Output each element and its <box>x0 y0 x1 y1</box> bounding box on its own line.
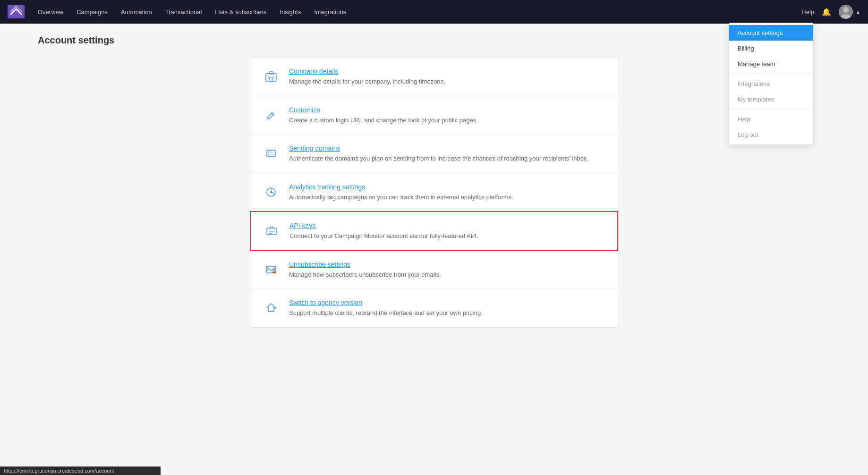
settings-text-domains: Sending domains Authenticate the domains… <box>289 144 606 163</box>
nav-overview[interactable]: Overview <box>32 6 69 18</box>
status-url: https://cmintegrationsn.createsend.com/a… <box>4 468 114 474</box>
domains-icon <box>262 144 281 163</box>
dropdown-divider-1 <box>729 74 813 74</box>
svg-rect-6 <box>270 77 272 81</box>
unsubscribe-icon <box>262 260 281 279</box>
settings-text-agency: Switch to agency version Support multipl… <box>289 298 606 318</box>
top-navigation: Overview Campaigns Automation Transactio… <box>0 0 868 24</box>
settings-item-company: Company details Manage the details for y… <box>250 58 618 96</box>
settings-card: Company details Manage the details for y… <box>250 57 618 328</box>
settings-item-sending-domains: Sending domains Authenticate the domains… <box>250 135 618 173</box>
nav-links: Overview Campaigns Automation Transactio… <box>32 6 801 18</box>
customize-icon <box>262 106 281 125</box>
svg-rect-5 <box>269 72 273 74</box>
dropdown-divider-2 <box>729 109 813 110</box>
dropdown-account-settings[interactable]: Account settings <box>729 25 813 41</box>
settings-item-unsubscribe: Unsubscribe settings Manage how subscrib… <box>250 251 618 289</box>
settings-text-analytics: Analytics tracking settings Automaticall… <box>289 183 606 202</box>
dropdown-my-templates[interactable]: My templates <box>729 92 813 107</box>
company-icon <box>262 67 281 86</box>
company-details-desc: Manage the details for your company, inc… <box>289 77 606 86</box>
agency-icon <box>262 298 281 317</box>
dropdown-billing[interactable]: Billing <box>729 41 813 56</box>
dropdown-manage-team[interactable]: Manage team <box>729 56 813 72</box>
user-dropdown-menu: Account settings Billing Manage team Int… <box>729 23 814 145</box>
chevron-up-icon: ▲ <box>856 9 860 15</box>
settings-text-api: API keys Connect to your Campaign Monito… <box>289 221 606 241</box>
user-avatar-menu[interactable]: ▲ <box>839 5 860 19</box>
switch-agency-link[interactable]: Switch to agency version <box>289 299 362 306</box>
customize-desc: Create a custom login URL and change the… <box>289 116 606 125</box>
help-link[interactable]: Help <box>801 8 814 16</box>
avatar <box>839 5 853 19</box>
nav-campaigns[interactable]: Campaigns <box>71 6 113 18</box>
settings-text-customize: Customize Create a custom login URL and … <box>289 106 606 125</box>
dropdown-log-out[interactable]: Log out <box>729 127 813 143</box>
page-title: Account settings <box>38 35 830 46</box>
svg-point-2 <box>843 7 849 13</box>
analytics-desc: Automatically tag campaigns so you can t… <box>289 193 606 202</box>
svg-point-15 <box>270 191 272 193</box>
settings-item-customize: Customize Create a custom login URL and … <box>250 96 618 135</box>
svg-rect-12 <box>267 150 275 157</box>
settings-text-company: Company details Manage the details for y… <box>289 67 606 86</box>
agency-desc: Support multiple clients, rebrand the in… <box>289 308 606 318</box>
nav-right: Help 🔔 ▲ <box>801 5 860 19</box>
unsubscribe-settings-link[interactable]: Unsubscribe settings <box>289 261 350 268</box>
sending-domains-desc: Authenticate the domains you plan on sen… <box>289 154 606 163</box>
nav-lists[interactable]: Lists & subscribers <box>209 6 272 18</box>
unsubscribe-desc: Manage how subscribers unsubscribe from … <box>289 270 606 280</box>
settings-item-api-keys: API keys Connect to your Campaign Monito… <box>250 211 618 251</box>
logo[interactable] <box>8 5 25 18</box>
settings-item-agency: Switch to agency version Support multipl… <box>250 289 618 327</box>
nav-automation[interactable]: Automation <box>115 6 158 18</box>
sending-domains-link[interactable]: Sending domains <box>289 144 340 152</box>
svg-rect-0 <box>8 5 25 18</box>
customize-link[interactable]: Customize <box>289 106 320 114</box>
company-details-link[interactable]: Company details <box>289 68 338 75</box>
api-keys-link[interactable]: API keys <box>289 222 315 229</box>
nav-insights[interactable]: Insights <box>274 6 306 18</box>
svg-line-11 <box>271 113 273 115</box>
analytics-tracking-link[interactable]: Analytics tracking settings <box>289 183 365 191</box>
api-keys-desc: Connect to your Campaign Monitor account… <box>289 231 606 241</box>
dropdown-integrations[interactable]: Integrations <box>729 76 813 92</box>
settings-item-analytics: Analytics tracking settings Automaticall… <box>250 173 618 212</box>
api-keys-icon <box>262 221 281 240</box>
analytics-icon <box>262 183 281 202</box>
status-bar: https://cmintegrationsn.createsend.com/a… <box>0 467 161 475</box>
nav-transactional[interactable]: Transactional <box>160 6 208 18</box>
notifications-bell-icon[interactable]: 🔔 <box>822 8 831 17</box>
svg-rect-17 <box>267 228 276 230</box>
dropdown-help[interactable]: Help <box>729 111 813 127</box>
svg-line-21 <box>266 269 269 271</box>
nav-integrations[interactable]: Integrations <box>308 6 352 18</box>
settings-text-unsubscribe: Unsubscribe settings Manage how subscrib… <box>289 260 606 280</box>
svg-rect-13 <box>270 150 271 152</box>
